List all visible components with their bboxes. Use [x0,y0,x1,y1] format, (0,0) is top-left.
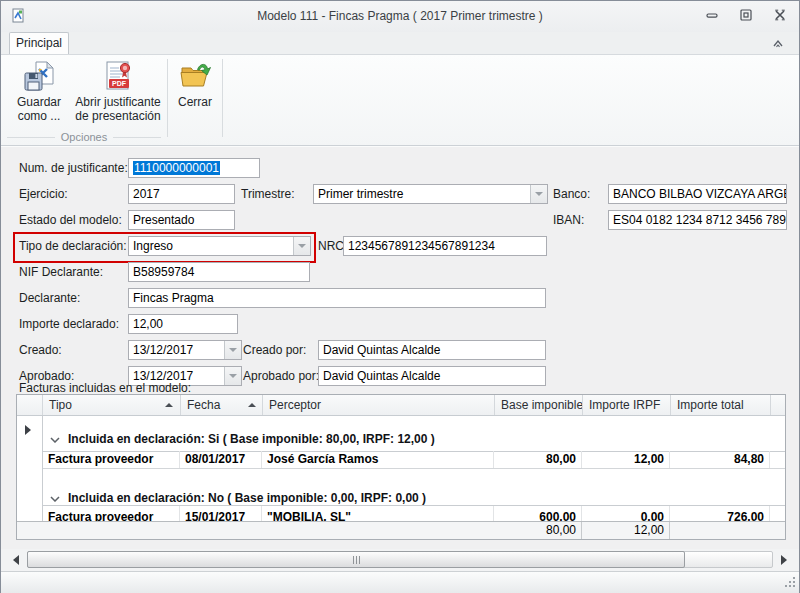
column-header-filler [770,395,785,415]
nrc-field[interactable]: 1234567891234567891234 [343,236,547,256]
focused-row-arrow-icon [25,425,31,435]
statusbar [1,571,799,593]
column-header-tipo[interactable]: Tipo [42,395,180,415]
selected-text: 1110000000001 [133,161,220,175]
ejercicio-field[interactable]: 2017 [128,184,235,204]
column-header-importe-irpf[interactable]: Importe IRPF [582,395,670,415]
save-as-icon [23,60,55,95]
aprobado-por-label: Aprobado por: [243,366,319,386]
trimestre-label: Trimestre: [241,184,295,204]
scrollbar-thumb[interactable] [27,551,685,568]
num-justificante-label: Num. de justificante: [19,158,128,178]
ribbon-collapse-icon[interactable] [771,37,785,49]
tipo-declaracion-label: Tipo de declaración: [19,236,127,256]
estado-modelo-field[interactable]: Presentado [128,210,235,230]
facturas-grid: Tipo Fecha Perceptor Base imponible Impo… [16,394,786,540]
declarante-field[interactable]: Fincas Pragma [128,288,546,308]
button-label-line: Abrir justificante [75,95,160,109]
table-row[interactable]: Factura proveedor 08/01/2017 José García… [43,451,785,469]
banco-field[interactable]: BANCO BILBAO VIZCAYA ARGENTARI [608,184,787,204]
importe-declarado-label: Importe declarado: [19,314,119,334]
creado-label: Creado: [19,340,62,360]
creado-por-label: Creado por: [243,340,306,360]
ejercicio-label: Ejercicio: [19,184,68,204]
horizontal-scrollbar[interactable] [1,549,799,571]
importe-declarado-field[interactable]: 12,00 [128,314,238,334]
scroll-right-icon[interactable] [776,552,792,567]
resize-grip[interactable] [783,575,796,591]
nif-declarante-field[interactable]: B58959784 [128,262,310,282]
button-label-line: de presentación [75,109,160,123]
num-justificante-field[interactable]: 1110000000001 [128,158,260,178]
guardar-como-button[interactable]: Guardar como ... [9,58,69,134]
restore-icon[interactable] [738,7,753,22]
ribbon-separator [222,59,223,137]
iban-field[interactable]: ES04 0182 1234 8712 3456 7899 [608,210,787,230]
group-row-incluida-no[interactable]: Incluida en declaración: No ( Base impon… [43,490,785,506]
svg-text:PDF: PDF [112,80,127,87]
pdf-justificante-icon: PDF [102,60,134,95]
estado-modelo-label: Estado del modelo: [19,210,122,230]
chevron-down-icon[interactable] [293,237,310,255]
ribbon-group-label: Opciones [55,131,113,143]
sort-asc-icon [248,403,256,407]
close-folder-icon [179,60,211,95]
trimestre-combo[interactable]: Primer trimestre [313,184,548,204]
chevron-down-icon[interactable] [224,341,241,359]
creado-por-field[interactable]: David Quintas Alcalde [318,340,546,360]
nif-declarante-label: NIF Declarante: [19,262,103,282]
modelo-111-window: Modelo 111 - Fincas Pragma ( 2017 Primer… [0,0,800,593]
tipo-declaracion-combo[interactable]: Ingreso [128,236,311,256]
chevron-down-icon[interactable] [224,367,241,385]
abrir-justificante-button[interactable]: PDF Abrir justificante de presentación [71,58,165,134]
group-row-incluida-si[interactable]: Incluida en declaración: Si ( Base impon… [43,426,785,452]
button-label-line: como ... [18,109,61,123]
iban-label: IBAN: [553,210,584,230]
ribbon-tab-row: Principal [1,32,799,54]
ribbon: Guardar como ... PDF Abrir justificante … [1,54,799,146]
ribbon-separator [167,59,168,137]
form-area: Num. de justificante: 1110000000001 Ejer… [1,146,799,549]
column-header-importe-total[interactable]: Importe total [670,395,770,415]
scroll-left-icon[interactable] [8,552,24,567]
aprobado-por-field[interactable]: David Quintas Alcalde [318,366,546,386]
button-label-line: Guardar [17,95,61,109]
sort-asc-icon [165,403,173,407]
summary-importe-irpf: 12,00 [582,522,670,539]
column-header-base-imponible[interactable]: Base imponible [494,395,582,415]
declarante-label: Declarante: [19,288,80,308]
cerrar-button[interactable]: Cerrar [171,58,219,134]
grid-header: Tipo Fecha Perceptor Base imponible Impo… [17,395,785,416]
table-row[interactable]: Factura proveedor 15/01/2017 "MOBILIA, S… [43,506,785,521]
close-icon[interactable] [772,7,787,22]
titlebar: Modelo 111 - Fincas Pragma ( 2017 Primer… [1,1,799,32]
button-label-line: Cerrar [178,95,212,109]
ribbon-group-opciones: Opciones [7,131,161,143]
chevron-down-icon[interactable] [530,185,547,203]
summary-base-imponible: 80,00 [494,522,582,539]
banco-label: Banco: [553,184,590,204]
window-controls [704,7,787,22]
column-header-perceptor[interactable]: Perceptor [262,395,494,415]
creado-date-combo[interactable]: 13/12/2017 [128,340,242,360]
tab-principal[interactable]: Principal [9,32,69,54]
chevron-down-icon[interactable] [50,432,60,446]
minimize-icon[interactable] [704,7,719,22]
chevron-down-icon[interactable] [50,491,60,505]
summary-row: 80,00 12,00 [17,521,785,539]
window-title: Modelo 111 - Fincas Pragma ( 2017 Primer… [1,1,799,32]
